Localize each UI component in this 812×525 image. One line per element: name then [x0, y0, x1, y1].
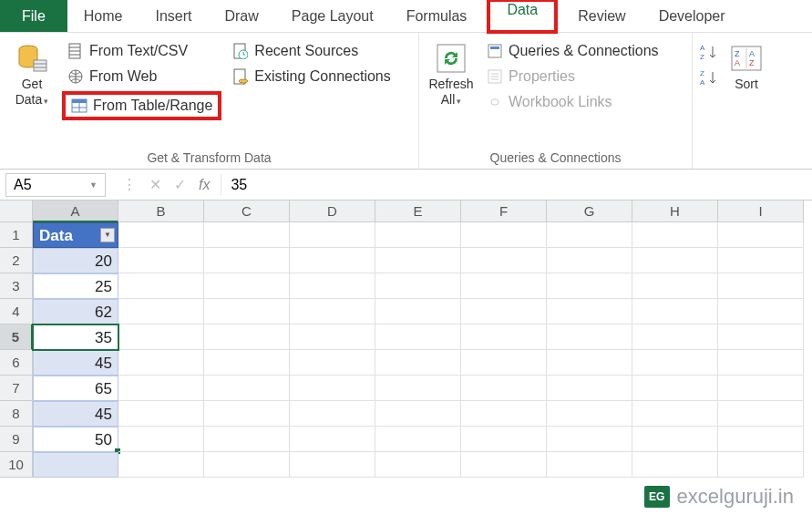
- cell[interactable]: 62: [33, 299, 118, 324]
- cell[interactable]: [118, 427, 204, 452]
- row-header[interactable]: 1: [0, 222, 33, 248]
- cell[interactable]: [375, 324, 461, 350]
- queries-connections-button[interactable]: Queries & Connections: [481, 40, 664, 62]
- row-header[interactable]: 7: [0, 376, 33, 401]
- cell[interactable]: [461, 350, 547, 376]
- from-table-range-button[interactable]: From Table/Range: [62, 91, 221, 120]
- cell[interactable]: [375, 222, 461, 248]
- cell[interactable]: [204, 324, 290, 350]
- row-header[interactable]: 3: [0, 273, 33, 299]
- col-header-A[interactable]: A: [33, 201, 118, 222]
- cell[interactable]: [461, 273, 547, 299]
- col-header-B[interactable]: B: [118, 201, 204, 222]
- cell[interactable]: [290, 427, 375, 452]
- cell[interactable]: [204, 273, 290, 299]
- tab-review[interactable]: Review: [561, 0, 642, 32]
- cell[interactable]: [204, 401, 290, 427]
- cell[interactable]: [632, 427, 718, 452]
- cell[interactable]: [718, 401, 804, 427]
- cell[interactable]: [547, 273, 632, 299]
- tab-page-layout[interactable]: Page Layout: [275, 0, 390, 32]
- cell[interactable]: [118, 248, 204, 273]
- cell[interactable]: [118, 350, 204, 376]
- formula-input[interactable]: 35: [221, 174, 812, 196]
- row-header[interactable]: 8: [0, 401, 33, 427]
- cell[interactable]: [718, 299, 804, 324]
- cell[interactable]: [375, 248, 461, 273]
- cell[interactable]: [461, 324, 547, 350]
- cell[interactable]: [632, 222, 718, 248]
- cell[interactable]: [375, 299, 461, 324]
- workbook-links-button[interactable]: Workbook Links: [481, 91, 664, 113]
- row-header[interactable]: 4: [0, 299, 33, 324]
- cell[interactable]: [290, 452, 375, 478]
- cell[interactable]: [204, 299, 290, 324]
- cell[interactable]: [461, 248, 547, 273]
- tab-file[interactable]: File: [0, 0, 67, 32]
- cell[interactable]: [204, 350, 290, 376]
- filter-dropdown-icon[interactable]: ▼: [100, 228, 115, 242]
- cell[interactable]: [718, 248, 804, 273]
- properties-button[interactable]: Properties: [481, 66, 664, 88]
- select-all-corner[interactable]: [0, 201, 33, 222]
- cell[interactable]: [290, 324, 375, 350]
- accept-icon[interactable]: ✓: [174, 176, 186, 193]
- cell[interactable]: [290, 376, 375, 401]
- from-web-button[interactable]: From Web: [62, 66, 221, 88]
- row-header[interactable]: 5: [0, 324, 33, 350]
- row-header[interactable]: 10: [0, 452, 33, 478]
- cell[interactable]: [375, 427, 461, 452]
- cell[interactable]: 20: [33, 248, 118, 273]
- cell[interactable]: [375, 376, 461, 401]
- cell[interactable]: [547, 401, 632, 427]
- cell[interactable]: 45: [33, 350, 118, 376]
- cell[interactable]: [632, 324, 718, 350]
- sort-button[interactable]: ZAAZ Sort: [722, 36, 771, 92]
- cell[interactable]: [375, 452, 461, 478]
- cell[interactable]: [375, 350, 461, 376]
- tab-home[interactable]: Home: [67, 0, 139, 32]
- col-header-C[interactable]: C: [204, 201, 290, 222]
- cell[interactable]: [547, 299, 632, 324]
- cancel-icon[interactable]: ✕: [149, 176, 161, 193]
- tab-insert[interactable]: Insert: [139, 0, 208, 32]
- cell[interactable]: [718, 452, 804, 478]
- cell[interactable]: [375, 401, 461, 427]
- cell[interactable]: [718, 376, 804, 401]
- cell[interactable]: [118, 376, 204, 401]
- cell[interactable]: [118, 324, 204, 350]
- cell[interactable]: [632, 452, 718, 478]
- cell[interactable]: [204, 248, 290, 273]
- cell[interactable]: [461, 222, 547, 248]
- sort-desc-button[interactable]: ZA: [700, 69, 716, 86]
- cell[interactable]: [718, 350, 804, 376]
- cell[interactable]: [290, 299, 375, 324]
- cell[interactable]: [632, 376, 718, 401]
- recent-sources-button[interactable]: Recent Sources: [227, 40, 396, 62]
- name-box[interactable]: A5 ▼: [5, 173, 106, 197]
- col-header-G[interactable]: G: [547, 201, 632, 222]
- cell[interactable]: [632, 401, 718, 427]
- cell[interactable]: [204, 376, 290, 401]
- get-data-button[interactable]: GetData▾: [7, 36, 57, 108]
- row-header[interactable]: 9: [0, 427, 33, 452]
- cell[interactable]: [632, 299, 718, 324]
- cell[interactable]: [290, 248, 375, 273]
- cell[interactable]: [290, 273, 375, 299]
- cell[interactable]: [547, 427, 632, 452]
- cell[interactable]: [547, 376, 632, 401]
- cell[interactable]: [290, 401, 375, 427]
- tab-draw[interactable]: Draw: [208, 0, 274, 32]
- cell[interactable]: [118, 299, 204, 324]
- cell[interactable]: [632, 273, 718, 299]
- col-header-E[interactable]: E: [375, 201, 461, 222]
- cell[interactable]: [718, 273, 804, 299]
- from-text-csv-button[interactable]: From Text/CSV: [62, 40, 221, 62]
- col-header-I[interactable]: I: [718, 201, 804, 222]
- cell[interactable]: [718, 324, 804, 350]
- cell[interactable]: [461, 376, 547, 401]
- cell[interactable]: [118, 273, 204, 299]
- cell[interactable]: [33, 452, 118, 478]
- cell[interactable]: [547, 324, 632, 350]
- cell[interactable]: [461, 299, 547, 324]
